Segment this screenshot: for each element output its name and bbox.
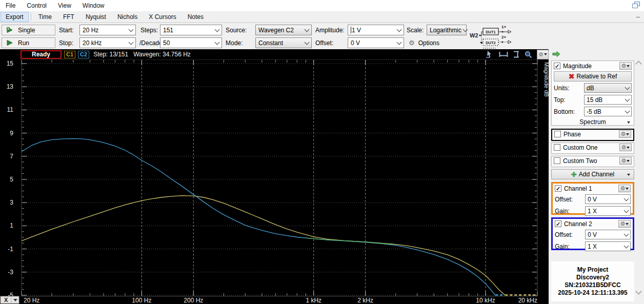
custom-one-checkbox[interactable] <box>554 144 560 151</box>
scroll-down-icon[interactable] <box>635 288 642 295</box>
options-label: Options <box>418 39 439 47</box>
dut-wiring-diagram: W2 DUT1 DUT2 1+ 2+ <box>469 24 513 51</box>
magnitude-checkbox[interactable]: ✓ <box>554 63 560 69</box>
dut1-label: DUT1 <box>486 30 496 34</box>
custom-one-gear-button[interactable]: ⚙ <box>619 144 632 151</box>
channel1-badge[interactable]: C1 <box>64 51 75 58</box>
menu-view[interactable]: View <box>52 1 77 11</box>
svg-text:20 kHz: 20 kHz <box>518 297 537 304</box>
magnitude-gear-button[interactable]: ⚙ <box>619 62 632 70</box>
output2-label: 2+ <box>501 35 506 39</box>
channel2-gain-label: Gain: <box>555 243 582 250</box>
channel2-offset-combobox[interactable]: 0 V <box>585 230 631 239</box>
tab-fft[interactable]: FFT <box>58 12 79 22</box>
spectrum-label: Spectrum <box>579 118 606 126</box>
phase-gear-button[interactable]: ⚙ <box>619 130 631 138</box>
tab-x-cursors[interactable]: X Cursors <box>144 12 181 22</box>
channel1-gear-button[interactable]: ⚙ <box>618 185 631 192</box>
restore-window-icon[interactable] <box>632 2 640 11</box>
view-tab-bar: Export Time FFT Nyquist Nichols X Cursor… <box>0 11 644 23</box>
y-axis-title: Magnitude dB <box>544 62 549 97</box>
channel1-offset-value: 0 V <box>588 196 597 203</box>
channel2-checkbox[interactable]: ✓ <box>555 220 561 227</box>
source-combobox[interactable]: Wavegen C2 <box>255 25 312 35</box>
bode-magnitude-plot[interactable]: 15131197531-1-3-520 Hz100 Hz200 Hz1 kHz2… <box>0 59 549 304</box>
tab-export[interactable]: Export <box>1 12 29 22</box>
svg-text:100 Hz: 100 Hz <box>132 297 151 304</box>
source-label: Source: <box>226 25 247 35</box>
offset-combobox[interactable]: 0 V <box>348 37 404 48</box>
gear-icon: ⚙ <box>620 186 626 191</box>
dropdown-caret-icon <box>627 121 630 124</box>
project-info-box: My Project Discovery2 SN:210321B5DFCC 20… <box>551 261 634 301</box>
panel-minimize-dash[interactable]: – <box>636 13 640 21</box>
tab-notes[interactable]: Notes <box>183 12 209 22</box>
single-button[interactable]: 1 Single <box>2 25 55 35</box>
chevron-down-icon <box>129 27 134 32</box>
channel1-gain-label: Gain: <box>555 208 582 215</box>
channel1-offset-label: Offset: <box>555 196 582 203</box>
menu-window[interactable]: Window <box>77 1 110 11</box>
menu-file[interactable]: File <box>0 1 21 11</box>
chevron-down-icon <box>624 196 629 201</box>
capture-timestamp: 2025-10-24 12:11:13.395 <box>551 289 634 297</box>
stop-combobox[interactable]: 20 kHz <box>79 37 136 48</box>
custom-two-header: Custom Two ⚙ <box>552 156 634 166</box>
gear-icon: ⚙ <box>621 63 627 69</box>
svg-text:X: X <box>4 297 8 303</box>
menu-control[interactable]: Control <box>21 1 52 11</box>
tab-time[interactable]: Time <box>33 12 57 22</box>
run-button[interactable]: Run <box>2 37 55 48</box>
channel2-card: ✓ Channel 2 ⚙ Offset: 0 V Gain: 1 X <box>551 217 634 250</box>
units-value: dB <box>587 85 594 92</box>
curve-channel1 <box>22 196 505 295</box>
svg-text:20 Hz: 20 Hz <box>24 297 39 304</box>
tab-nyquist[interactable]: Nyquist <box>80 12 111 22</box>
channel1-offset-combobox[interactable]: 0 V <box>585 194 631 204</box>
bottom-combobox[interactable]: -5 dB <box>584 107 632 116</box>
amplitude-value: 1 V <box>352 27 361 34</box>
scroll-up-icon[interactable] <box>635 60 642 67</box>
magnitude-label: Magnitude <box>563 63 617 70</box>
horizontal-fit-icon[interactable] <box>499 51 508 57</box>
start-combobox[interactable]: 20 Hz <box>79 25 136 35</box>
top-row: Top: 15 dB <box>552 94 634 106</box>
channel2-badge[interactable]: C2 <box>78 51 89 58</box>
per-decade-combobox[interactable]: 50 <box>160 37 222 48</box>
chevron-down-icon <box>625 108 630 113</box>
phase-checkbox[interactable] <box>554 131 561 137</box>
scale-value: Logarithmic <box>430 27 461 34</box>
channel2-offset-value: 0 V <box>588 231 597 238</box>
vertical-fit-icon[interactable] <box>513 51 520 58</box>
tab-nichols[interactable]: Nichols <box>112 12 143 22</box>
channel2-gear-button[interactable]: ⚙ <box>618 220 631 228</box>
custom-two-gear-button[interactable]: ⚙ <box>619 157 632 165</box>
dropdown-caret-icon <box>626 223 629 225</box>
mode-combobox[interactable]: Constant <box>255 37 312 48</box>
channel1-checkbox[interactable]: ✓ <box>555 185 561 192</box>
channel1-gain-combobox[interactable]: 1 X <box>585 206 631 216</box>
cursor-pointer-icon[interactable] <box>486 51 494 58</box>
relative-to-ref-button[interactable]: ✖ Relative to Ref <box>554 71 632 82</box>
expand-arrow-icon[interactable] <box>552 51 560 57</box>
channel1-header: ✓ Channel 1 ⚙ <box>553 184 633 193</box>
spectrum-section-toggle[interactable]: Spectrum <box>552 117 634 127</box>
steps-combobox[interactable]: 151 <box>160 25 222 35</box>
custom-two-checkbox[interactable] <box>554 157 560 164</box>
amplitude-combobox[interactable]: 1 V <box>348 25 404 35</box>
zoom-magnifier-icon[interactable] <box>525 51 532 58</box>
units-combobox[interactable]: dB <box>584 83 632 93</box>
svg-text:15: 15 <box>7 60 14 67</box>
w2-label: W2 <box>470 32 478 38</box>
plot-settings-gear-button[interactable]: ⚙ <box>537 50 549 59</box>
channel2-gain-combobox[interactable]: 1 X <box>585 241 631 251</box>
dropdown-caret-icon <box>627 65 630 67</box>
x-axis-button[interactable]: X <box>1 296 19 303</box>
top-combobox[interactable]: 15 dB <box>584 95 632 105</box>
svg-text:13: 13 <box>7 83 14 90</box>
add-channel-button[interactable]: ✚ Add Channel <box>551 169 634 179</box>
channel1-card: ✓ Channel 1 ⚙ Offset: 0 V Gain: 1 X <box>551 182 634 215</box>
scale-combobox[interactable]: Logarithmic <box>427 25 467 35</box>
menu-bar: File Control View Window <box>0 0 644 11</box>
phase-label: Phase <box>564 131 616 138</box>
